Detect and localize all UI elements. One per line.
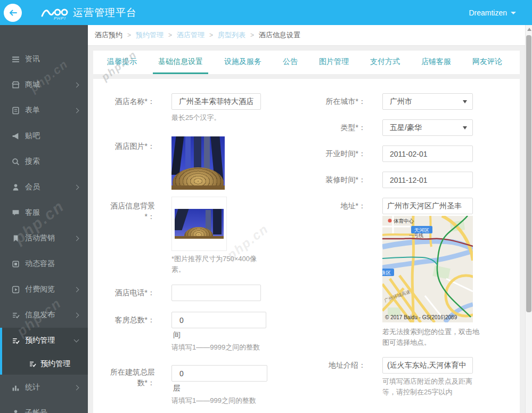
user-name: Dreamtizen (469, 9, 507, 17)
rooms-hint: 请填写1——9999之间的整数 (171, 342, 294, 353)
back-arrow-icon (9, 10, 17, 16)
sidebar-item-container[interactable]: 动态容器 (0, 251, 88, 277)
hotel-bg-tower (175, 209, 189, 230)
sidebar-item-forms[interactable]: 表单 (0, 98, 88, 123)
phone-input[interactable] (171, 285, 261, 301)
address-intro-input[interactable] (382, 357, 473, 374)
city-value: 广州市 (390, 97, 412, 107)
back-button[interactable] (4, 4, 22, 22)
form-icon (12, 107, 20, 115)
flag-icon (12, 234, 20, 242)
sidebar-item-forum[interactable]: 贴吧 (0, 123, 88, 149)
vertical-scrollbar[interactable] (525, 25, 532, 413)
breadcrumb-item[interactable]: 房型列表 (218, 30, 245, 40)
sidebar-item-paid-reading[interactable]: 付费阅览 (0, 277, 88, 302)
baidu-map[interactable]: 体育中心 天河区 一号线 海珠区 广州环城高速 © 2017 Baidu - G… (382, 216, 473, 322)
map-district-badge: 天河区 (411, 226, 432, 233)
rooms-input[interactable] (171, 312, 266, 328)
open-date-input[interactable] (382, 145, 473, 162)
city-select[interactable]: 广州市 (382, 93, 473, 110)
map-canvas: 体育中心 天河区 一号线 海珠区 广州环城高速 © 2017 Baidu - G… (382, 216, 473, 322)
sidebar-item-marketing[interactable]: 活动营销 (0, 225, 88, 251)
tab-warm-tips[interactable]: 温馨提示 (102, 51, 142, 74)
tab-announcement[interactable]: 公告 (277, 51, 303, 74)
chevron-right-icon (74, 236, 79, 241)
news-icon (12, 55, 20, 63)
sidebar-item-members[interactable]: 会员 (0, 174, 88, 200)
chevron-right-icon (74, 184, 79, 190)
sidebar-item-support[interactable]: 客服 (0, 200, 88, 225)
breadcrumb-separator: > (127, 31, 131, 39)
address-input[interactable] (382, 198, 473, 214)
type-select[interactable]: 五星/豪华 (382, 119, 473, 136)
sidebar-item-label: 资讯 (25, 54, 40, 64)
breadcrumb-item[interactable]: 酒店管理 (177, 30, 204, 40)
hotel-name-input[interactable] (171, 93, 261, 110)
svg-text:海珠区: 海珠区 (382, 270, 391, 276)
tab-store-service[interactable]: 店铺客服 (416, 51, 456, 74)
sidebar-item-publishing[interactable]: 信息发布 (0, 302, 88, 328)
tab-reviews[interactable]: 网友评论 (467, 51, 508, 74)
breadcrumb-item[interactable]: 预约管理 (136, 30, 163, 40)
sidebar-item-stats[interactable]: 统计 (0, 375, 88, 400)
map-poi-label: 体育中心 (393, 218, 414, 224)
publish-icon (12, 311, 20, 319)
hotel-info-form: 酒店名称*： 最长25个汉字。 酒店图片*： 酒店信息背景*： *图片推荐 (93, 79, 520, 413)
sidebar-item-label: 贴吧 (25, 131, 40, 141)
tab-bar: 温馨提示 基础信息设置 设施及服务 公告 图片管理 支付方式 店铺客服 网友评论 (93, 51, 520, 74)
map-hint: 若无法搜索到您的位置，双击地图可选择地点。 (382, 327, 481, 348)
paid-icon (12, 286, 20, 294)
sidebar-item-news[interactable]: 资讯 (0, 46, 88, 72)
address-intro-hint: 可填写酒店附近的景点及距离等，请控制在25字以内 (382, 376, 481, 398)
sidebar-subitem-label: 预约管理 (40, 359, 70, 369)
rooms-label: 客房总数*： (109, 314, 155, 325)
breadcrumb-separator: > (250, 31, 254, 39)
booking-icon (29, 360, 36, 368)
sidebar-item-label: 搜索 (25, 157, 40, 166)
store-icon (12, 81, 20, 89)
hotel-bg-thumbnail[interactable] (171, 197, 227, 251)
sidebar-item-mall[interactable]: 商城 (0, 72, 88, 98)
renovate-date-input[interactable] (382, 172, 473, 188)
hotel-bg-photo (175, 209, 224, 239)
floors-input[interactable] (171, 365, 267, 382)
floors-hint: 请填写1——999之间的整数 (171, 395, 294, 406)
user-menu[interactable]: Dreamtizen (469, 9, 516, 17)
main-content: 酒店预约 > 预约管理 > 酒店管理 > 房型列表 > 酒店信息设置 温馨提示 … (88, 25, 525, 413)
sidebar-subitem-booking[interactable]: 预约管理 (2, 353, 88, 375)
address-intro-label: 地址介绍： (320, 360, 366, 370)
floors-unit: 层 (173, 384, 181, 393)
chevron-down-icon (511, 12, 516, 14)
sidebar-item-booking[interactable]: 预约管理 (2, 328, 88, 353)
hotel-bg-tower (213, 209, 222, 234)
chevron-right-icon (74, 385, 79, 390)
select-caret-icon (463, 100, 467, 103)
tab-basic-info[interactable]: 基础信息设置 (153, 51, 208, 74)
hotel-image-label: 酒店图片*： (109, 141, 155, 151)
tab-facilities[interactable]: 设施及服务 (219, 51, 267, 74)
svg-text:天河区: 天河区 (414, 227, 430, 233)
sidebar-item-label: 商城 (25, 80, 40, 90)
booking-icon (12, 337, 20, 345)
app-title: 运营管理平台 (73, 6, 137, 20)
sidebar-nav: 资讯 商城 表单 贴吧 搜索 会员 客服 活动营销 动态容器 付费阅览 (0, 25, 88, 413)
container-icon (12, 260, 20, 268)
scrollbar-thumb[interactable] (526, 35, 531, 312)
sidebar-item-label: 信息发布 (25, 310, 55, 320)
sidebar-item-label: 客服 (25, 208, 40, 217)
hotel-image-thumbnail[interactable] (171, 136, 225, 190)
sidebar-item-search[interactable]: 搜索 (0, 149, 88, 174)
sidebar-active-group: 预约管理 预约管理 (0, 328, 88, 375)
map-metro-label: 一号线 (409, 233, 423, 238)
breadcrumb-item: 酒店预约 (95, 30, 122, 40)
breadcrumb-separator: > (209, 31, 213, 39)
hotel-bg-hint: *图片推荐尺寸为750×400像素。 (171, 254, 271, 275)
tab-payment[interactable]: 支付方式 (365, 51, 405, 74)
sidebar-item-label: 表单 (25, 106, 40, 115)
tab-image-management[interactable]: 图片管理 (314, 51, 354, 74)
scrollbar-up-arrow-icon[interactable] (527, 28, 531, 31)
breadcrumb-separator: > (168, 31, 172, 39)
megaphone-icon (12, 132, 20, 140)
sidebar-item-subaccount[interactable]: 子帐号 (0, 400, 88, 413)
sidebar-item-label: 会员 (25, 182, 40, 192)
